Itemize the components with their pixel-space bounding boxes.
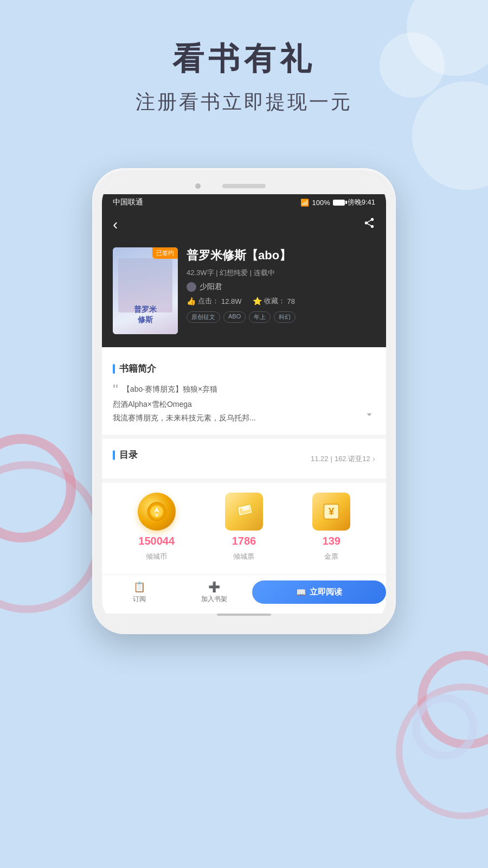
tag-3[interactable]: 科幻: [274, 311, 296, 323]
catalog-right[interactable]: 11.22 | 162.诺亚12 ›: [311, 454, 375, 464]
coin-value-1: 1786: [232, 535, 256, 547]
description-content: 【abo·赛博朋克】独狼×弃猫烈酒Alpha×雪松Omega我流赛博朋克，未来科…: [113, 385, 256, 422]
ticket-svg: [233, 501, 255, 522]
coin-value-0: 150044: [138, 535, 175, 547]
add-shelf-icon: ➕: [208, 581, 220, 593]
bottom-action-bar: 📋 订阅 ➕ 加入书架 📖 立即阅读: [102, 575, 386, 609]
read-label: 立即阅读: [310, 587, 342, 597]
back-button[interactable]: ‹: [113, 216, 118, 233]
book-info: 普罗米修斯【abo】 42.3W字 | 幻想纯爱 | 连载中 少阳君 👍 点击：…: [187, 247, 375, 334]
tag-0[interactable]: 原创征文: [187, 311, 220, 323]
wifi-icon: 📶: [300, 199, 309, 207]
jin-icon: ¥: [312, 493, 350, 531]
header-subtitle: 注册看书立即提现一元: [0, 89, 488, 116]
author-icon: [187, 282, 196, 292]
header-section: 看书有礼 注册看书立即提现一元: [0, 38, 488, 116]
click-stat: 👍 点击： 12.8W: [187, 296, 242, 306]
catalog-chapter: 162.诺亚12: [335, 454, 370, 464]
tag-2[interactable]: 年上: [249, 311, 271, 323]
read-now-button[interactable]: 📖 立即阅读: [252, 580, 386, 604]
coin-label-1: 倾城票: [233, 552, 254, 561]
title-bar-desc: [113, 364, 115, 374]
book-description: " 【abo·赛博朋克】独狼×弃猫烈酒Alpha×雪松Omega我流赛博朋克，未…: [113, 382, 375, 425]
status-right: 📶 100% 傍晚9:41: [300, 197, 375, 207]
ticket-icon: [225, 493, 263, 531]
subscribe-icon: 📋: [133, 581, 145, 593]
phone-bottom-bar: [102, 614, 386, 624]
title-bar-catalog: [113, 450, 115, 460]
header-title: 看书有礼: [0, 38, 488, 80]
add-shelf-action[interactable]: ➕ 加入书架: [177, 581, 252, 604]
author-name: 少阳君: [200, 282, 222, 292]
book-cover[interactable]: 已签约 普罗米修斯: [113, 247, 178, 334]
catalog-separator: |: [331, 455, 332, 463]
home-indicator: [217, 614, 271, 616]
jin-svg: ¥: [320, 501, 342, 522]
phone-speaker: [222, 184, 266, 188]
share-icon: [363, 217, 375, 229]
book-signed-badge: 已签约: [152, 247, 178, 259]
star-icon: ⭐: [253, 297, 262, 305]
gold-coin-icon: [138, 493, 176, 531]
phone-top-bar: [102, 178, 386, 194]
description-title-text: 书籍简介: [119, 362, 156, 375]
read-icon: 📖: [296, 588, 306, 597]
battery-icon: [333, 200, 345, 206]
subscribe-action[interactable]: 📋 订阅: [102, 581, 177, 604]
clicks-label: 点击：: [198, 296, 219, 306]
time-text: 傍晚9:41: [348, 197, 375, 207]
add-shelf-label: 加入书架: [201, 595, 227, 604]
book-header: 已签约 普罗米修斯 普罗米修斯【abo】 42.3W字 | 幻想纯爱 | 连载中…: [102, 239, 386, 347]
coin-item-2: ¥ 139 金票: [312, 493, 350, 561]
chevron-right-icon: ›: [373, 454, 375, 464]
bg-dots: [412, 694, 477, 760]
catalog-title-text: 目录: [119, 449, 138, 461]
coin-label-2: 金票: [324, 552, 338, 561]
favorites-label: 收藏：: [264, 296, 285, 306]
catalog-date: 11.22: [311, 455, 329, 463]
status-bar: 中国联通 📶 100% 傍晚9:41: [102, 194, 386, 210]
carrier-text: 中国联通: [113, 197, 143, 207]
thumb-icon: 👍: [187, 297, 196, 305]
book-tags: 原创征文 ABO 年上 科幻: [187, 311, 375, 323]
phone-inner: 中国联通 📶 100% 傍晚9:41 ‹: [102, 178, 386, 624]
phone-outer: 中国联通 📶 100% 傍晚9:41 ‹: [92, 168, 396, 634]
coin-item-0: 150044 倾城币: [138, 493, 176, 561]
book-stats: 👍 点击： 12.8W ⭐ 收藏： 78: [187, 296, 375, 306]
nav-bar: ‹: [102, 210, 386, 239]
phone-mockup: 中国联通 📶 100% 傍晚9:41 ‹: [92, 168, 396, 634]
content-area: 书籍简介 " 【abo·赛博朋克】独狼×弃猫烈酒Alpha×雪松Omega我流赛…: [102, 353, 386, 609]
catalog-title: 目录: [113, 449, 138, 461]
coin-value-2: 139: [323, 535, 341, 547]
description-title: 书籍简介: [113, 362, 375, 375]
book-author: 少阳君: [187, 282, 375, 292]
book-cover-title: 普罗米修斯: [113, 304, 178, 326]
quote-icon: ": [113, 381, 118, 398]
phone-camera: [195, 183, 201, 189]
expand-icon[interactable]: [358, 409, 375, 425]
clicks-value: 12.8W: [221, 297, 242, 305]
gold-coin-svg: [146, 501, 167, 522]
svg-text:¥: ¥: [329, 506, 335, 518]
coin-label-0: 倾城币: [146, 552, 167, 561]
coin-item-1: 1786 倾城票: [225, 493, 263, 561]
battery-text: 100%: [312, 199, 330, 207]
description-section: 书籍简介 " 【abo·赛博朋克】独狼×弃猫烈酒Alpha×雪松Omega我流赛…: [102, 353, 386, 435]
bg-arc-left-2: [0, 461, 103, 613]
book-title: 普罗米修斯【abo】: [187, 247, 375, 264]
book-meta: 42.3W字 | 幻想纯爱 | 连载中: [187, 268, 375, 278]
tag-1[interactable]: ABO: [223, 311, 246, 323]
fav-stat: ⭐ 收藏： 78: [253, 296, 295, 306]
catalog-section[interactable]: 目录 11.22 | 162.诺亚12 ›: [102, 439, 386, 478]
coins-section: 150044 倾城币 1786 倾城票: [102, 483, 386, 575]
share-button[interactable]: [363, 217, 375, 232]
subscribe-label: 订阅: [133, 595, 146, 604]
favorites-value: 78: [287, 297, 295, 305]
